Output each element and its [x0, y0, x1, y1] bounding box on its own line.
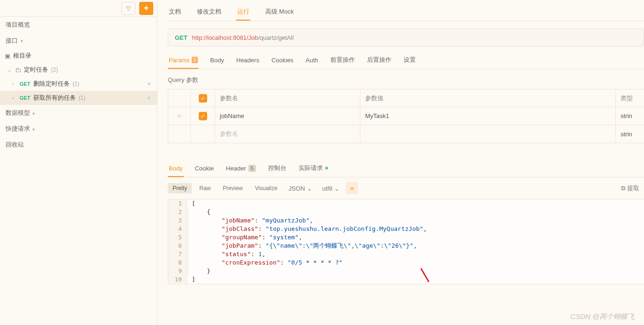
label: Params [169, 57, 190, 64]
filter-button[interactable]: ▽ [121, 2, 135, 15]
chevron-right-icon: › [12, 96, 17, 101]
status-dot-icon [325, 167, 328, 170]
folder-icon: 🗀 [15, 66, 21, 74]
param-name-input[interactable]: 参数名 [215, 125, 360, 143]
subtab-pre[interactable]: 前置操作 [329, 52, 356, 69]
param-value-input[interactable] [360, 125, 616, 143]
drag-handle[interactable]: ≡ [168, 107, 191, 125]
tree-item-delete-job[interactable]: › GET 删除定时任务 (1) [0, 77, 157, 91]
code: { [192, 208, 210, 215]
subtab-post[interactable]: 后置操作 [366, 52, 392, 69]
col-value: 参数值 [360, 89, 616, 107]
key: "jobName" [222, 217, 255, 224]
tab-doc[interactable]: 文档 [168, 4, 182, 21]
nav-overview[interactable]: 项目概览 [0, 17, 157, 33]
subtab-cookies[interactable]: Cookies [270, 52, 294, 69]
subtab-body[interactable]: Body [209, 52, 225, 69]
tab-edit[interactable]: 修改文档 [196, 4, 222, 21]
format-select[interactable]: JSON⌄ [285, 183, 316, 194]
val: "{\"name\":\"两个蝴蝶飞\",\"age\":\"26\"}" [266, 242, 413, 249]
subtab-headers[interactable]: Headers [235, 52, 260, 69]
label: utf8 [322, 185, 333, 192]
chevron-right-icon: › [12, 81, 17, 87]
caret-down-icon: ▾ [21, 38, 23, 44]
table-row: ≡ ✓ jobName MyTask1 strin [168, 107, 644, 125]
nav-quick[interactable]: 快捷请求▸ [0, 121, 157, 137]
tab-mock[interactable]: 高级 Mock [264, 4, 295, 21]
val: "system" [269, 234, 299, 241]
api-count: (1) [73, 81, 80, 87]
table-row-empty: 参数名 strin [168, 125, 644, 143]
param-type[interactable]: strin [616, 125, 644, 143]
svg-line-0 [421, 268, 429, 282]
watermark: CSDN @两个蝴蝶飞 [570, 312, 635, 321]
nav-models[interactable]: 数据模型▸ [0, 105, 157, 121]
view-preview[interactable]: Preview [218, 183, 247, 193]
format-icon-button[interactable]: ≡ [346, 182, 358, 194]
chevron-down-icon: ⌄ [307, 185, 312, 192]
tab-run[interactable]: 运行 [236, 4, 250, 21]
chevron-down-icon: ⌄ [334, 185, 339, 192]
api-count: (1) [79, 95, 86, 101]
request-tabs: Params1 Body Headers Cookies Auth 前置操作 后… [168, 52, 644, 69]
param-name-input[interactable]: jobName [215, 107, 360, 125]
resp-tab-console[interactable]: 控制台 [267, 160, 287, 177]
subtab-settings[interactable]: 设置 [403, 52, 417, 69]
caret-right-icon: ▸ [33, 111, 35, 116]
key: "jobClass" [222, 225, 258, 232]
add-button[interactable]: + [139, 2, 153, 15]
tree-root-label: 根目录 [13, 52, 31, 60]
nav-trash[interactable]: 回收站 [0, 137, 157, 153]
extract-button[interactable]: ⧉提取 [621, 184, 644, 192]
tree-folder-scheduled[interactable]: ⌄ 🗀 定时任务 (2) [0, 63, 157, 77]
resp-tab-cookie[interactable]: Cookie [194, 160, 215, 177]
view-visualize[interactable]: Visualize [250, 183, 282, 193]
params-count-badge: 1 [192, 57, 198, 63]
plus-icon: + [144, 3, 149, 13]
tree-item-get-all[interactable]: › GET 获取所有的任务 (1) [0, 91, 157, 105]
method-badge: GET [20, 81, 30, 87]
url-bar[interactable]: GET http://localhost:8081/Job/quartz/get… [168, 29, 644, 46]
folder-icon: ▣ [5, 52, 10, 59]
tree-root[interactable]: ▣ 根目录 [0, 49, 157, 63]
sidebar-toolbar: ▽ + [0, 0, 157, 17]
resp-tab-actual[interactable]: 实际请求 [298, 160, 329, 177]
val: "top.yueshushu.learn.jobConfig.MyQuartzJ… [266, 225, 424, 232]
sidebar: ▽ + 项目概览 接口▾ ▣ 根目录 ⌄ 🗀 定时任务 (2) › GET 删除… [0, 0, 157, 325]
check-col: ✓ [191, 107, 215, 125]
http-method: GET [175, 34, 187, 41]
param-value-input[interactable]: MyTask1 [360, 107, 616, 125]
checkbox-all[interactable]: ✓ [199, 94, 207, 103]
label: Header [226, 165, 246, 172]
key: "groupName" [222, 234, 262, 241]
checkbox[interactable]: ✓ [199, 112, 207, 120]
response-tabs: Body Cookie Header5 控制台 实际请求 [168, 160, 644, 177]
funnel-icon: ▽ [126, 5, 131, 12]
query-table: ✓ 参数名 参数值 类型 ≡ ✓ jobName MyTask1 strin 参… [168, 89, 644, 143]
resp-tab-header[interactable]: Header5 [225, 160, 257, 177]
code: } [192, 267, 210, 274]
chevron-down-icon: ⌄ [7, 67, 12, 73]
toolbar-left: Pretty Raw Preview Visualize JSON⌄ utf8⌄… [168, 182, 358, 194]
val: "myQuartzJob" [262, 217, 310, 224]
status-dot-icon [148, 82, 150, 85]
subtab-params[interactable]: Params1 [168, 52, 199, 69]
nav-api[interactable]: 接口▾ [0, 33, 157, 49]
top-tabs: 文档 修改文档 运行 高级 Mock [168, 0, 644, 21]
view-raw[interactable]: Raw [195, 183, 215, 193]
view-pretty[interactable]: Pretty [168, 183, 192, 193]
val: 1 [258, 251, 262, 258]
col-type: 类型 [616, 89, 644, 107]
query-title: Query 参数 [168, 69, 644, 89]
drag-col [168, 125, 191, 143]
folder-name: 定时任务 [24, 66, 48, 74]
response-toolbar: Pretty Raw Preview Visualize JSON⌄ utf8⌄… [168, 177, 644, 199]
subtab-auth[interactable]: Auth [305, 52, 319, 69]
api-name: 获取所有的任务 [33, 94, 76, 102]
param-type[interactable]: strin [616, 107, 644, 125]
extract-icon: ⧉ [621, 185, 625, 192]
response-body[interactable]: 1[ 2 { 3 "jobName": "myQuartzJob", 4 "jo… [168, 199, 644, 284]
encoding-select[interactable]: utf8⌄ [319, 183, 344, 194]
col-name: 参数名 [215, 89, 360, 107]
resp-tab-body[interactable]: Body [168, 160, 184, 177]
